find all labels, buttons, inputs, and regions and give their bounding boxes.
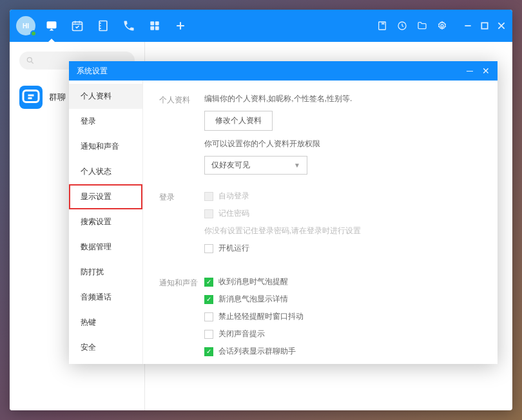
privacy-value: 仅好友可见 (211, 160, 250, 171)
apps-icon[interactable] (148, 19, 161, 32)
nav-item-status[interactable]: 个人状态 (69, 159, 142, 184)
avatar-text: HI (23, 23, 29, 30)
svg-rect-0 (47, 21, 57, 28)
checkbox-label: 会话列表显示群聊助手 (218, 346, 296, 357)
checkbox-startup[interactable]: 开机运行 (204, 243, 481, 254)
checkbox-notify-0[interactable]: ✓收到消息时气泡提醒 (204, 276, 481, 287)
group-chat-icon (19, 86, 43, 109)
section-login: 登录 自动登录 记住密码 你没有设置记住登录密码,请在登录时进行设置 开机运行 (159, 191, 481, 260)
edit-profile-button[interactable]: 修改个人资料 (204, 111, 273, 131)
nav-item-display[interactable]: 显示设置 (69, 184, 142, 209)
chevron-down-icon: ▼ (294, 162, 300, 169)
section-body: ✓收到消息时气泡提醒✓新消息气泡显示详情禁止轻轻提醒时窗口抖动关闭声音提示✓会话… (204, 276, 481, 363)
section-body: 编辑你的个人资料,如昵称,个性签名,性别等. 修改个人资料 你可以设置你的个人资… (204, 93, 481, 175)
svg-point-11 (27, 57, 32, 62)
nav-item-update[interactable]: 自动更新 (69, 360, 142, 364)
group-label: 群聊 (49, 91, 66, 103)
checkbox-icon (204, 330, 213, 339)
checkbox-notify-3[interactable]: 关闭声音提示 (204, 329, 481, 339)
checkbox-icon: ✓ (204, 295, 213, 304)
checkbox-icon: ✓ (204, 278, 213, 287)
nav-item-audio[interactable]: 音频通话 (69, 285, 142, 310)
svg-rect-3 (150, 21, 154, 25)
nav-item-search[interactable]: 搜索设置 (69, 209, 142, 234)
check-mark-icon: ✓ (206, 296, 211, 303)
dialog-body: 个人资料 登录 通知和声音 个人状态 显示设置 搜索设置 数据管理 防打扰 音频… (69, 81, 498, 364)
maximize-button[interactable] (480, 21, 489, 30)
nav-item-data[interactable]: 数据管理 (69, 234, 142, 260)
avatar[interactable]: HI (16, 16, 35, 35)
settings-nav: 个人资料 登录 通知和声音 个人状态 显示设置 搜索设置 数据管理 防打扰 音频… (69, 81, 143, 364)
gear-icon[interactable] (437, 21, 447, 31)
check-mark-icon: ✓ (206, 279, 211, 285)
checkbox-icon: ✓ (204, 347, 213, 356)
svg-rect-4 (155, 21, 159, 25)
login-hint: 你没有设置记住登录密码,请在登录时进行设置 (204, 225, 481, 236)
top-bar: HI (10, 10, 512, 42)
checkbox-label: 禁止轻轻提醒时窗口抖动 (218, 311, 304, 322)
status-badge-online (30, 30, 37, 37)
nav-item-profile[interactable]: 个人资料 (69, 84, 142, 109)
settings-content[interactable]: 个人资料 编辑你的个人资料,如昵称,个性签名,性别等. 修改个人资料 你可以设置… (143, 81, 498, 364)
chat-icon[interactable] (45, 19, 58, 32)
nav-item-login[interactable]: 登录 (69, 109, 142, 134)
checkbox-icon (204, 244, 213, 253)
dialog-header-buttons: ─ ✕ (467, 66, 490, 76)
nav-item-notify[interactable]: 通知和声音 (69, 134, 142, 159)
svg-point-9 (441, 24, 443, 27)
checkbox-auto-login: 自动登录 (204, 191, 481, 202)
phone-icon[interactable] (122, 19, 135, 32)
section-label: 个人资料 (159, 93, 204, 175)
settings-dialog: 系统设置 ─ ✕ 个人资料 登录 通知和声音 个人状态 显示设置 搜索设置 数据… (69, 61, 498, 364)
checkbox-icon (204, 312, 213, 321)
svg-rect-6 (155, 26, 159, 30)
checkbox-notify-1[interactable]: ✓新消息气泡显示详情 (204, 294, 481, 305)
calendar-icon[interactable] (71, 19, 84, 32)
checkbox-notify-4[interactable]: ✓会话列表显示群聊助手 (204, 346, 481, 357)
checkbox-notify-2[interactable]: 禁止轻轻提醒时窗口抖动 (204, 311, 481, 322)
nav-item-dnd[interactable]: 防打扰 (69, 260, 142, 285)
minimize-button[interactable] (463, 21, 472, 30)
folder-icon[interactable] (417, 21, 427, 31)
section-body: 自动登录 记住密码 你没有设置记住登录密码,请在登录时进行设置 开机运行 (204, 191, 481, 260)
check-mark-icon: ✓ (206, 348, 211, 355)
note-icon[interactable] (377, 21, 387, 31)
checkbox-label: 记住密码 (218, 208, 249, 219)
window-controls (463, 21, 506, 30)
checkbox-label: 关闭声音提示 (218, 329, 265, 339)
section-notify: 通知和声音 ✓收到消息时气泡提醒✓新消息气泡显示详情禁止轻轻提醒时窗口抖动关闭声… (159, 276, 481, 363)
close-button[interactable] (497, 21, 506, 30)
checkbox-icon (204, 192, 213, 201)
profile-desc: 编辑你的个人资料,如昵称,个性签名,性别等. (204, 93, 481, 104)
nav-icons (45, 19, 187, 32)
svg-rect-5 (150, 26, 154, 30)
contacts-icon[interactable] (97, 19, 110, 32)
dialog-header[interactable]: 系统设置 ─ ✕ (69, 61, 498, 81)
dialog-minimize-button[interactable]: ─ (467, 66, 473, 76)
section-label: 登录 (159, 191, 204, 260)
checkbox-label: 新消息气泡显示详情 (218, 294, 288, 305)
svg-rect-10 (481, 23, 487, 28)
privacy-select[interactable]: 仅好友可见 ▼ (204, 156, 307, 175)
nav-item-hotkey[interactable]: 热键 (69, 310, 142, 335)
checkbox-label: 收到消息时气泡提醒 (218, 276, 288, 287)
section-profile: 个人资料 编辑你的个人资料,如昵称,个性签名,性别等. 修改个人资料 你可以设置… (159, 93, 481, 175)
checkbox-label: 自动登录 (218, 191, 249, 202)
dialog-title: 系统设置 (77, 66, 108, 77)
add-icon[interactable] (174, 19, 187, 32)
section-label: 通知和声音 (159, 276, 204, 363)
history-icon[interactable] (397, 21, 407, 31)
privacy-desc: 你可以设置你的个人资料开放权限 (204, 138, 481, 149)
nav-item-security[interactable]: 安全 (69, 335, 142, 360)
top-right-icons (377, 21, 506, 31)
svg-rect-1 (73, 22, 82, 30)
dialog-close-button[interactable]: ✕ (482, 66, 490, 76)
checkbox-label: 开机运行 (218, 243, 249, 254)
checkbox-remember-pwd: 记住密码 (204, 208, 481, 219)
checkbox-icon (204, 209, 213, 218)
search-icon (26, 56, 35, 65)
